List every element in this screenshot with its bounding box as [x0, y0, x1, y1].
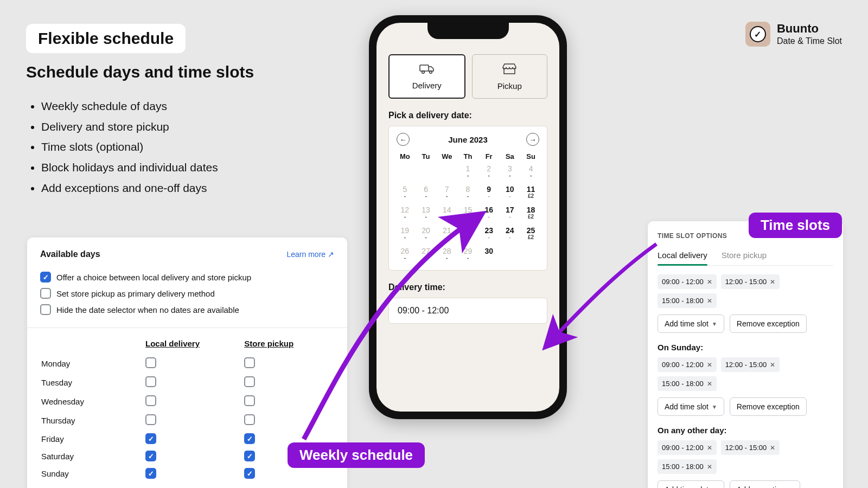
checkbox[interactable] [145, 376, 156, 387]
remove-exception-button[interactable]: Remove exception [730, 397, 807, 416]
brand-name: Buunto [777, 22, 842, 35]
cal-day[interactable]: 19- [394, 224, 416, 245]
checkbox[interactable] [145, 357, 156, 368]
add-time-slot-button[interactable]: Add time slot▼ [658, 397, 724, 416]
close-icon[interactable]: ✕ [770, 444, 775, 452]
callout-weekly-schedule: Weekly schedule [288, 442, 425, 468]
cal-day[interactable]: 16- [478, 204, 500, 224]
cal-day[interactable]: 22- [457, 224, 478, 245]
brand: ✓ Buunto Date & Time Slot [745, 22, 842, 47]
checkbox[interactable]: ✓ [145, 468, 156, 479]
delivery-time-select[interactable]: 09:00 - 12:00 [388, 298, 547, 324]
cal-day[interactable]: 14- [436, 204, 457, 224]
tab-local-delivery[interactable]: Local delivery [658, 247, 707, 265]
store-icon [502, 63, 516, 78]
cal-day[interactable]: 24- [500, 224, 521, 245]
close-icon[interactable]: ✕ [707, 361, 712, 369]
cal-day[interactable]: 18£2 [520, 204, 541, 224]
table-row: Sunday✓✓ [41, 465, 333, 481]
cal-day[interactable]: 11£2 [520, 183, 541, 204]
cal-day[interactable]: 21- [436, 224, 457, 245]
checkbox[interactable]: ✓ [244, 468, 255, 479]
sunday-label: On Sunday: [658, 343, 833, 352]
tab-store-pickup[interactable]: Store pickup [722, 247, 767, 265]
cal-day[interactable]: 9- [478, 183, 500, 204]
option-hide-selector[interactable]: Hide the date selector when no dates are… [40, 301, 334, 318]
time-chip[interactable]: 12:00 - 15:00✕ [721, 274, 780, 289]
col-store-pickup: Store pickup [244, 339, 333, 354]
time-chip[interactable]: 09:00 - 12:00✕ [658, 357, 717, 372]
add-exception-button[interactable]: Add exception▼ [730, 480, 801, 488]
time-chip[interactable]: 15:00 - 18:00✕ [658, 376, 717, 391]
checkbox[interactable] [244, 395, 255, 406]
cal-day[interactable]: 12- [394, 204, 416, 224]
checkbox[interactable]: ✓ [145, 451, 156, 461]
close-icon[interactable]: ✕ [770, 361, 775, 369]
close-icon[interactable]: ✕ [770, 278, 775, 286]
option-pickup-primary[interactable]: Set store pickup as primary delivery met… [40, 285, 334, 301]
remove-exception-button[interactable]: Remove exception [730, 314, 807, 333]
cal-day[interactable]: 15- [457, 204, 478, 224]
close-icon[interactable]: ✕ [707, 380, 712, 388]
close-icon[interactable]: ✕ [707, 278, 712, 286]
cal-day[interactable]: 27- [416, 245, 437, 266]
checkbox[interactable] [244, 376, 255, 387]
cal-day[interactable]: 4- [520, 163, 541, 183]
cal-day[interactable]: 2- [478, 163, 500, 183]
time-chip[interactable]: 12:00 - 15:00✕ [721, 357, 780, 372]
hero: Flexible schedule Schedule days and time… [26, 24, 254, 198]
calendar-next-button[interactable]: → [526, 133, 539, 146]
time-slots-card: TIME SLOT OPTIONS Local delivery Store p… [648, 221, 843, 488]
cal-day[interactable]: 26- [394, 245, 416, 266]
learn-more-link[interactable]: Learn more ↗ [287, 250, 334, 259]
cal-day[interactable]: 10- [500, 183, 521, 204]
bullet: Delivery and store pickup [41, 117, 254, 137]
time-chip[interactable]: 09:00 - 12:00✕ [658, 274, 717, 289]
cal-day[interactable]: 28- [436, 245, 457, 266]
svg-rect-0 [420, 65, 429, 71]
time-chip[interactable]: 09:00 - 12:00✕ [658, 440, 717, 455]
cal-day[interactable]: 29- [457, 245, 478, 266]
cal-day[interactable]: 5- [394, 183, 416, 204]
method-delivery-button[interactable]: Delivery [388, 54, 465, 99]
checkbox[interactable] [244, 357, 255, 368]
cal-day[interactable]: 30 [478, 245, 500, 266]
cal-day[interactable]: 20- [416, 224, 437, 245]
checkbox[interactable]: ✓ [244, 433, 255, 444]
brand-text: Buunto Date & Time Slot [777, 22, 842, 46]
time-chip[interactable]: 15:00 - 18:00✕ [658, 293, 717, 308]
checkbox[interactable]: ✓ [244, 451, 255, 461]
cal-day[interactable]: 25£2 [520, 224, 541, 245]
cal-day[interactable]: 6- [416, 183, 437, 204]
divider [27, 328, 347, 328]
cal-day[interactable]: 8- [457, 183, 478, 204]
bullet: Block holidays and individual dates [41, 158, 254, 177]
checkbox[interactable] [145, 414, 156, 425]
checkbox[interactable] [244, 414, 255, 425]
pick-date-label: Pick a delivery date: [388, 111, 547, 120]
checkbox[interactable] [145, 395, 156, 406]
method-pickup-button[interactable]: Pickup [472, 54, 548, 99]
calendar-prev-button[interactable]: ← [397, 133, 410, 146]
cal-day[interactable]: 13- [416, 204, 437, 224]
cal-day[interactable]: 23- [478, 224, 500, 245]
cal-day[interactable]: 3- [500, 163, 521, 183]
time-chip[interactable]: 12:00 - 15:00✕ [721, 440, 780, 455]
table-row: Wednesday [41, 393, 333, 410]
svg-point-1 [422, 70, 424, 73]
close-icon[interactable]: ✕ [707, 463, 712, 471]
close-icon[interactable]: ✕ [707, 297, 712, 305]
time-chip[interactable]: 15:00 - 18:00✕ [658, 459, 717, 474]
cal-day[interactable]: 1- [457, 163, 478, 183]
calendar-grid: MoTuWeThFrSaSu 1-2-3-4- 5-6-7-8-9-10-11£… [394, 150, 541, 266]
option-offer-choice[interactable]: ✓ Offer a choice between local delivery … [40, 269, 334, 285]
cal-day[interactable]: 7- [436, 183, 457, 204]
checkbox[interactable]: ✓ [145, 433, 156, 444]
brand-tagline: Date & Time Slot [777, 36, 842, 46]
add-time-slot-button[interactable]: Add time slot▼ [658, 480, 724, 488]
cal-day[interactable]: 17- [500, 204, 521, 224]
truck-icon [419, 63, 435, 78]
close-icon[interactable]: ✕ [707, 444, 712, 452]
calendar-month: June 2023 [448, 135, 488, 144]
add-time-slot-button[interactable]: Add time slot▼ [658, 314, 724, 333]
